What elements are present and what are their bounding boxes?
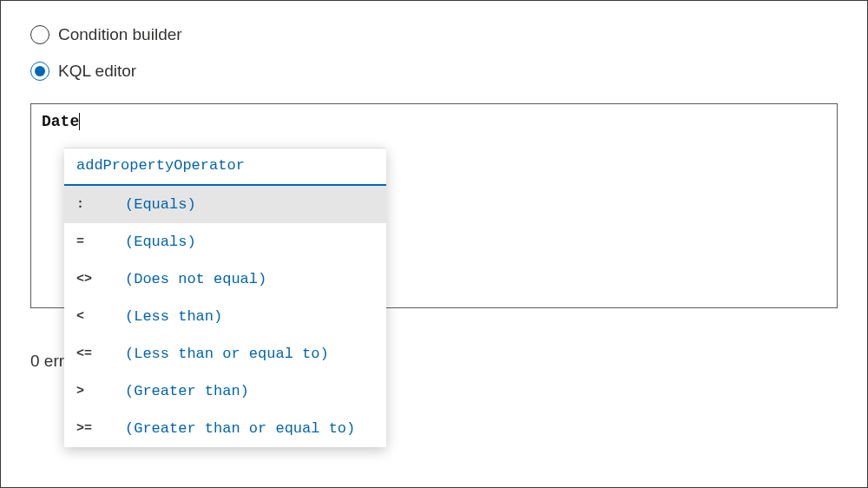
operator-symbol: = [76, 234, 125, 249]
operator-symbol: < [76, 309, 125, 324]
editor-content: Date [42, 113, 79, 130]
autocomplete-item-equals[interactable]: = (Equals) [64, 223, 386, 260]
operator-desc: (Does not equal) [125, 271, 266, 287]
autocomplete-popup: addPropertyOperator : (Equals) = (Equals… [64, 148, 386, 447]
mode-radio-group: Condition builder KQL editor [30, 25, 838, 81]
radio-label: KQL editor [58, 62, 136, 81]
autocomplete-item-less-than-equal[interactable]: <= (Less than or equal to) [64, 335, 386, 373]
autocomplete-item-greater-than-equal[interactable]: >= (Greater than or equal to) [64, 410, 386, 447]
operator-desc: (Equals) [125, 196, 196, 213]
radio-icon [30, 25, 49, 44]
operator-desc: (Greater than or equal to) [125, 420, 355, 437]
autocomplete-item-not-equal[interactable]: <> (Does not equal) [64, 260, 386, 298]
operator-symbol: > [76, 384, 125, 399]
radio-condition-builder[interactable]: Condition builder [30, 25, 838, 44]
radio-icon-selected [30, 62, 49, 81]
radio-kql-editor[interactable]: KQL editor [30, 62, 838, 81]
operator-desc: (Greater than) [125, 383, 249, 399]
operator-symbol: >= [76, 421, 125, 436]
autocomplete-header: addPropertyOperator [64, 148, 386, 186]
operator-desc: (Equals) [125, 234, 196, 250]
autocomplete-item-less-than[interactable]: < (Less than) [64, 298, 386, 335]
autocomplete-item-greater-than[interactable]: > (Greater than) [64, 373, 386, 410]
autocomplete-item-colon-equals[interactable]: : (Equals) [64, 186, 386, 223]
radio-label: Condition builder [58, 25, 182, 44]
operator-desc: (Less than) [125, 308, 222, 325]
operator-symbol: <= [76, 346, 125, 361]
operator-desc: (Less than or equal to) [125, 346, 329, 362]
panel-frame: Condition builder KQL editor Date 0 erro… [0, 0, 868, 488]
operator-symbol: : [76, 197, 125, 212]
operator-symbol: <> [76, 272, 125, 287]
text-caret-icon [79, 113, 80, 130]
radio-dot-icon [35, 66, 45, 76]
